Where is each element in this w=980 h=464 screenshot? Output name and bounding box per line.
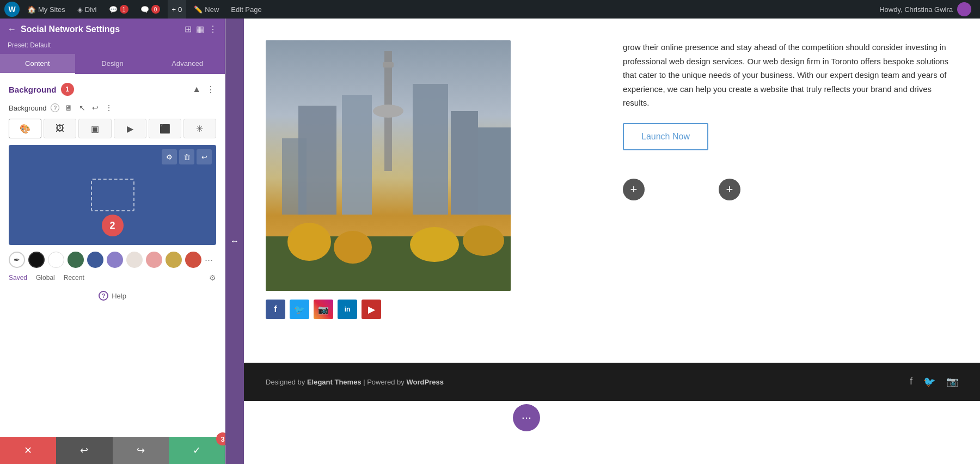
admin-bar-exitbuilder[interactable]: Edit Page: [226, 0, 266, 19]
redo-button[interactable]: ↪: [113, 437, 169, 464]
fab-icon: ···: [522, 411, 531, 425]
bg-type-mask[interactable]: ✳: [183, 119, 216, 138]
tab-advanced[interactable]: Advanced: [150, 54, 225, 74]
bg-type-pattern[interactable]: ⬛: [149, 119, 181, 138]
svg-rect-8: [478, 127, 511, 215]
svg-rect-7: [451, 111, 478, 215]
color-reset-btn[interactable]: ↩: [197, 149, 212, 164]
admin-bar-editpage[interactable]: ✏️ New: [189, 0, 223, 19]
social-instagram[interactable]: 📷: [314, 300, 333, 319]
svg-rect-9: [282, 138, 307, 215]
bg-undo-icon[interactable]: ↩: [91, 102, 100, 113]
launch-now-button[interactable]: Launch Now: [623, 123, 708, 150]
tab-design[interactable]: Design: [75, 54, 150, 74]
swatch-pink[interactable]: [146, 252, 162, 268]
undo-icon: ↩: [80, 444, 88, 456]
wordpress-link[interactable]: WordPress: [406, 378, 443, 386]
swatch-green[interactable]: [68, 252, 84, 268]
svg-rect-6: [413, 84, 448, 215]
panel-title-text: Social Network Settings: [21, 25, 120, 34]
cancel-icon: ✕: [24, 444, 32, 456]
fab-button[interactable]: ···: [513, 404, 540, 431]
svg-point-12: [334, 231, 372, 264]
collapse-icon[interactable]: ▲: [191, 83, 202, 95]
admin-bar-new[interactable]: + 0: [168, 0, 187, 19]
social-twitter[interactable]: 🐦: [290, 300, 309, 319]
swatch-white[interactable]: [48, 252, 64, 268]
wp-logo[interactable]: W: [4, 2, 20, 17]
add-column-btn-1[interactable]: +: [623, 179, 645, 200]
admin-bar-comments[interactable]: 💬 1: [105, 0, 133, 19]
add-column-btn-2[interactable]: +: [719, 179, 740, 200]
bg-type-color[interactable]: 🎨: [9, 119, 41, 138]
swatch-blue[interactable]: [87, 252, 103, 268]
comment-count: 1: [120, 5, 128, 14]
footer-facebook-icon[interactable]: f: [910, 376, 912, 388]
color-settings-btn[interactable]: ⚙: [162, 149, 177, 164]
layout-icon[interactable]: ▦: [196, 24, 204, 34]
panel-footer: ✕ ↩ ↪ ✓ 3: [0, 437, 225, 464]
color-picker-btn[interactable]: ✒: [9, 252, 25, 268]
bg-label-text: Background: [9, 104, 46, 112]
footer-twitter-icon[interactable]: 🐦: [923, 376, 935, 388]
swatch-gold[interactable]: [166, 252, 182, 268]
bg-type-video[interactable]: ▶: [114, 119, 146, 138]
swatch-purple[interactable]: [107, 252, 123, 268]
bg-help-icon[interactable]: ?: [51, 103, 59, 112]
resize-handle[interactable]: ↔: [225, 19, 244, 464]
help-row: ? Help: [9, 284, 216, 307]
page-image-col: f 🐦 📷 in ▶: [266, 40, 601, 319]
cancel-button[interactable]: ✕: [0, 437, 56, 464]
svg-point-13: [410, 227, 459, 262]
social-youtube[interactable]: ▶: [362, 300, 381, 319]
back-arrow-icon[interactable]: ←: [8, 25, 16, 34]
help-circle-icon: ?: [99, 291, 108, 301]
color-settings-icon[interactable]: ⚙: [209, 273, 216, 282]
pattern-icon: ⬛: [160, 124, 170, 134]
swatch-black[interactable]: [28, 252, 45, 268]
panel-title: ← Social Network Settings: [8, 25, 120, 34]
home-icon: 🏠: [27, 5, 36, 14]
footer-instagram-icon[interactable]: 📷: [946, 376, 958, 388]
bg-dots-icon[interactable]: ⋮: [104, 102, 114, 113]
color-delete-btn[interactable]: 🗑: [179, 149, 194, 164]
swatch-light[interactable]: [126, 252, 143, 268]
admin-bar-mysites[interactable]: 🏠 My Sites: [23, 0, 70, 19]
instagram-icon: 📷: [318, 304, 329, 315]
social-linkedin[interactable]: in: [338, 300, 357, 319]
svg-rect-2: [383, 62, 394, 68]
redo-icon: ↪: [137, 444, 145, 456]
page-footer: Designed by Elegant Themes | Powered by …: [244, 363, 980, 401]
color-fill-icon: 🎨: [20, 124, 30, 134]
menu-dots-icon[interactable]: ⋮: [209, 24, 217, 34]
eyedropper-icon: ✒: [14, 255, 20, 264]
admin-bar-comments2[interactable]: 🗨️ 0: [136, 0, 164, 19]
divi-icon: ◈: [77, 5, 83, 14]
help-label[interactable]: Help: [112, 292, 126, 300]
color-badge-2: 2: [102, 215, 124, 236]
admin-bar-divi[interactable]: ◈ Divi: [73, 0, 101, 19]
color-tab-saved[interactable]: Saved: [9, 274, 27, 282]
plus-icon-1: +: [630, 182, 638, 197]
page-text-col: grow their online presence and stay ahea…: [623, 40, 958, 200]
save-button[interactable]: ✓ 3: [169, 437, 225, 464]
bg-type-image[interactable]: 🖼: [44, 119, 76, 138]
expand-icon[interactable]: ⊞: [185, 24, 192, 34]
footer-social: f 🐦 📷: [910, 376, 958, 388]
bg-cursor-icon[interactable]: ↖: [78, 102, 87, 113]
social-facebook[interactable]: f: [266, 300, 285, 319]
bg-desktop-icon[interactable]: 🖥: [64, 102, 74, 113]
elegant-themes-link[interactable]: Elegant Themes: [307, 378, 362, 386]
section-more-icon[interactable]: ⋮: [205, 83, 216, 96]
swatch-red[interactable]: [185, 252, 201, 268]
more-swatches-btn[interactable]: ···: [205, 254, 213, 266]
svg-point-3: [373, 105, 403, 118]
preset-text[interactable]: Preset: Default: [8, 41, 51, 49]
user-avatar[interactable]: [957, 2, 971, 16]
page-section: f 🐦 📷 in ▶: [244, 19, 980, 341]
color-tab-global[interactable]: Global: [36, 274, 55, 282]
tab-content[interactable]: Content: [0, 54, 75, 74]
bg-type-gradient[interactable]: ▣: [78, 119, 111, 138]
color-tab-recent[interactable]: Recent: [64, 274, 84, 282]
undo-button[interactable]: ↩: [56, 437, 112, 464]
